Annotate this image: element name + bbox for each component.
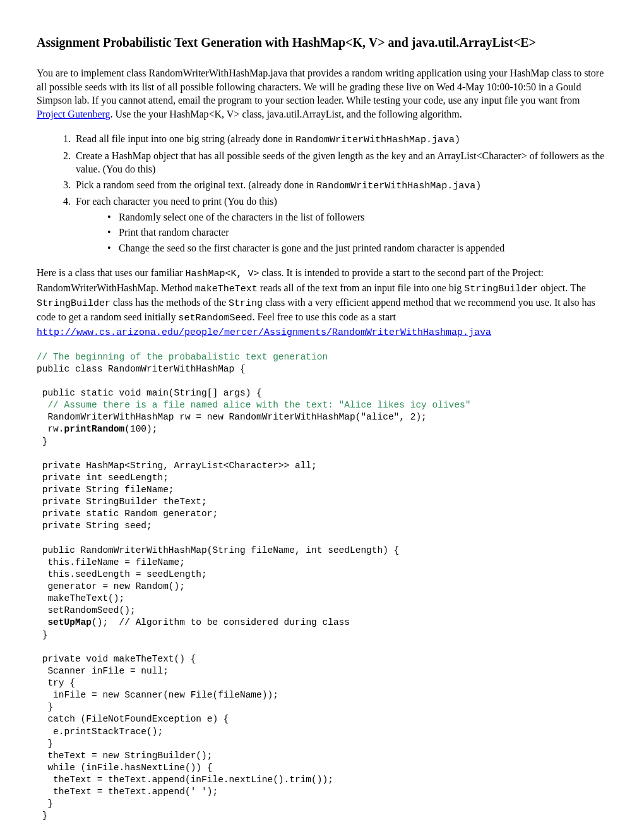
code-line: generator = new Random(); [37,581,185,591]
gutenberg-link[interactable]: Project Gutenberg [37,109,110,119]
code-line: this.fileName = fileName; [37,557,185,567]
page-title: Assignment Probabilistic Text Generation… [37,34,607,51]
code-line: theText = new StringBuilder(); [37,751,212,761]
list-item: Print that random character [107,226,607,239]
code-line: theText = theText.append(' '); [37,787,218,797]
desc-text: class has the methods of the [110,297,229,308]
code-line: private String seed; [37,521,152,531]
desc-text: reads all of the text from an input file… [258,282,464,293]
code-line: public RandomWriterWithHashMap(String fi… [37,545,399,555]
intro-text-a: You are to implement class RandomWriterW… [37,68,604,106]
code-line: Scanner inFile = null; [37,666,169,676]
step-text: Pick a random seed from the original tex… [76,179,316,190]
code-line: private StringBuilder theText; [37,497,207,507]
desc-code: HashMap<K, V> [185,269,259,279]
code-line: } [37,630,47,640]
code-bold: printRandom [64,424,125,434]
desc-text: . Feel free to use this code as a start [252,311,395,322]
list-item: Pick a random seed from the original tex… [73,178,607,193]
code-line: (); // Algorithm to be considered during… [92,617,350,627]
step-code: RandomWriterWithHashMap.java) [295,135,460,145]
code-line: setRandomSeed(); [37,605,136,615]
code-line: public static void main(String[] args) { [37,388,262,398]
list-item: For each character you need to print (Yo… [73,195,607,255]
description-paragraph: Here is a class that uses our familiar H… [37,266,607,339]
code-line: catch (FileNotFoundException e) { [37,714,229,724]
code-line: private String fileName; [37,485,174,495]
code-comment: // The beginning of the probabalistic te… [37,352,328,362]
code-line: rw. [37,424,64,434]
step-text: Read all file input into one big string … [76,133,295,144]
desc-text: Here is a class that uses our familiar [37,267,185,278]
algorithm-list: Read all file input into one big string … [37,132,607,255]
code-line: this.seedLength = seedLength; [37,569,207,579]
code-block: // The beginning of the probabalistic te… [37,351,607,823]
list-item: Create a HashMap object that has all pos… [73,149,607,176]
desc-code: StringBuilder [37,298,110,309]
code-line: makeTheText(); [37,593,124,603]
code-line: private int seedLength; [37,473,169,483]
code-line: while (inFile.hasNextLine()) { [37,763,212,773]
code-line [37,617,47,627]
code-line: } [37,437,47,447]
code-line: RandomWriterWithHashMap rw = new RandomW… [37,412,427,422]
step-code: RandomWriterWithHashMap.java) [316,181,481,191]
code-line: private static Random generator; [37,509,218,519]
code-line: } [37,702,53,712]
list-item: Read all file input into one big string … [73,132,607,147]
desc-code: makeTheText [195,284,258,294]
code-line: } [37,739,53,749]
code-bold: setUpMap [47,617,92,627]
code-line: try { [37,678,75,688]
code-line: } [37,799,53,809]
desc-code: String [229,298,263,309]
code-line: } [37,811,47,821]
desc-code: StringBuilder [464,284,538,294]
code-line: private HashMap<String, ArrayList<Charac… [37,461,317,471]
code-line: theText = theText.append(inFile.nextLine… [37,775,333,785]
intro-paragraph: You are to implement class RandomWriterW… [37,66,607,121]
list-item: Change the seed so the first character i… [107,241,607,255]
code-line: (100); [124,424,157,434]
code-line: public class RandomWriterWithHashMap { [37,364,246,374]
intro-text-b: . Use the your HashMap<K, V> class, java… [110,109,462,119]
code-comment: // Assume there is a file named alice wi… [37,400,470,410]
code-line: e.printStackTrace(); [37,727,163,737]
desc-code: setRandomSeed [178,313,252,323]
desc-text: object. The [538,282,586,293]
code-line: inFile = new Scanner(new File(fileName))… [37,690,278,700]
source-link[interactable]: http://www.cs.arizona.edu/people/mercer/… [37,327,491,338]
sub-list: Randomly select one of the characters in… [76,210,607,255]
code-line: private void makeTheText() { [37,654,196,664]
step-text: For each character you need to print (Yo… [76,196,277,207]
list-item: Randomly select one of the characters in… [107,210,607,224]
